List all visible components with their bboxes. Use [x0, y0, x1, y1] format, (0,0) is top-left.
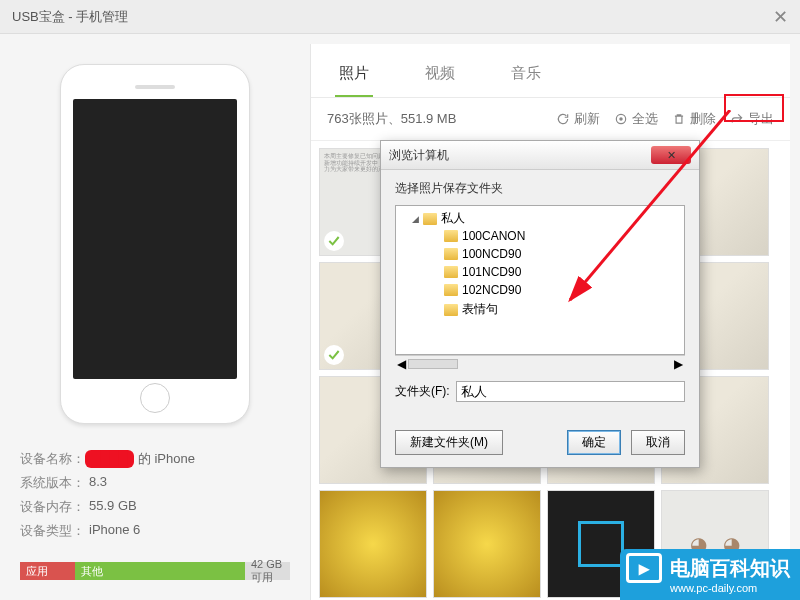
storage-bar: 应用 其他 42 GB 可用 — [20, 562, 290, 580]
mem-value: 55.9 GB — [89, 498, 137, 516]
folder-icon — [444, 284, 458, 296]
close-icon[interactable]: ✕ — [773, 6, 788, 28]
tree-scrollbar[interactable]: ◀▶ — [395, 355, 685, 371]
export-button[interactable]: 导出 — [730, 110, 774, 128]
ok-button[interactable]: 确定 — [567, 430, 621, 455]
select-all-icon — [614, 112, 628, 126]
thumbnail[interactable] — [433, 490, 541, 598]
tabs: 照片 视频 音乐 — [311, 44, 790, 98]
thumbnail[interactable] — [319, 490, 427, 598]
new-folder-button[interactable]: 新建文件夹(M) — [395, 430, 503, 455]
dialog-title: 浏览计算机 — [389, 147, 449, 164]
dialog-title-bar: 浏览计算机 ✕ — [381, 141, 699, 170]
folder-icon — [444, 248, 458, 260]
window-title: USB宝盒 - 手机管理 — [12, 8, 128, 26]
tree-item[interactable]: 表情句 — [444, 299, 680, 320]
select-all-button[interactable]: 全选 — [614, 110, 658, 128]
dialog-close-button[interactable]: ✕ — [651, 146, 691, 164]
tab-photo[interactable]: 照片 — [335, 56, 373, 97]
left-pane: 设备名称：████的 iPhone 系统版本：8.3 设备内存：55.9 GB … — [0, 34, 310, 600]
device-name-suffix: 的 iPhone — [138, 450, 195, 468]
folder-tree[interactable]: ◢私人 100CANON 100NCD90 101NCD90 102NCD90 … — [395, 205, 685, 355]
device-name-label: 设备名称： — [20, 450, 85, 468]
storage-app: 应用 — [20, 562, 75, 580]
os-value: 8.3 — [89, 474, 107, 492]
watermark-logo-icon: ▸ — [626, 553, 662, 583]
folder-name-input[interactable] — [456, 381, 685, 402]
type-value: iPhone 6 — [89, 522, 140, 540]
tree-item[interactable]: 100NCD90 — [444, 245, 680, 263]
folder-icon — [444, 266, 458, 278]
tab-video[interactable]: 视频 — [421, 56, 459, 97]
storage-other: 其他 — [75, 562, 245, 580]
tab-music[interactable]: 音乐 — [507, 56, 545, 97]
mem-label: 设备内存： — [20, 498, 85, 516]
refresh-button[interactable]: 刷新 — [556, 110, 600, 128]
check-icon — [324, 231, 344, 251]
cancel-button[interactable]: 取消 — [631, 430, 685, 455]
watermark-brand: 电脑百科知识 — [670, 557, 790, 579]
toolbar: 763张照片、551.9 MB 刷新 全选 删除 导出 — [311, 98, 790, 141]
check-icon — [324, 345, 344, 365]
storage-free: 42 GB 可用 — [245, 562, 290, 580]
tree-item[interactable]: 102NCD90 — [444, 281, 680, 299]
tree-root[interactable]: ◢私人 — [412, 210, 680, 227]
folder-icon — [444, 304, 458, 316]
photo-count: 763张照片、551.9 MB — [327, 110, 542, 128]
device-name-redacted: ████ — [85, 450, 134, 468]
dialog-subtitle: 选择照片保存文件夹 — [395, 180, 685, 197]
folder-icon — [444, 230, 458, 242]
tree-item[interactable]: 100CANON — [444, 227, 680, 245]
refresh-icon — [556, 112, 570, 126]
browse-dialog: 浏览计算机 ✕ 选择照片保存文件夹 ◢私人 100CANON 100NCD90 … — [380, 140, 700, 468]
folder-field-label: 文件夹(F): — [395, 383, 450, 400]
device-info: 设备名称：████的 iPhone 系统版本：8.3 设备内存：55.9 GB … — [20, 444, 290, 546]
os-label: 系统版本： — [20, 474, 85, 492]
phone-illustration — [60, 64, 250, 424]
svg-point-1 — [619, 117, 623, 121]
tree-item[interactable]: 101NCD90 — [444, 263, 680, 281]
title-bar: USB宝盒 - 手机管理 ✕ — [0, 0, 800, 34]
folder-icon — [423, 213, 437, 225]
watermark: ▸ 电脑百科知识 www.pc-daily.com — [620, 549, 800, 600]
watermark-url: www.pc-daily.com — [670, 582, 790, 594]
trash-icon — [672, 112, 686, 126]
delete-button[interactable]: 删除 — [672, 110, 716, 128]
type-label: 设备类型： — [20, 522, 85, 540]
export-icon — [730, 112, 744, 126]
